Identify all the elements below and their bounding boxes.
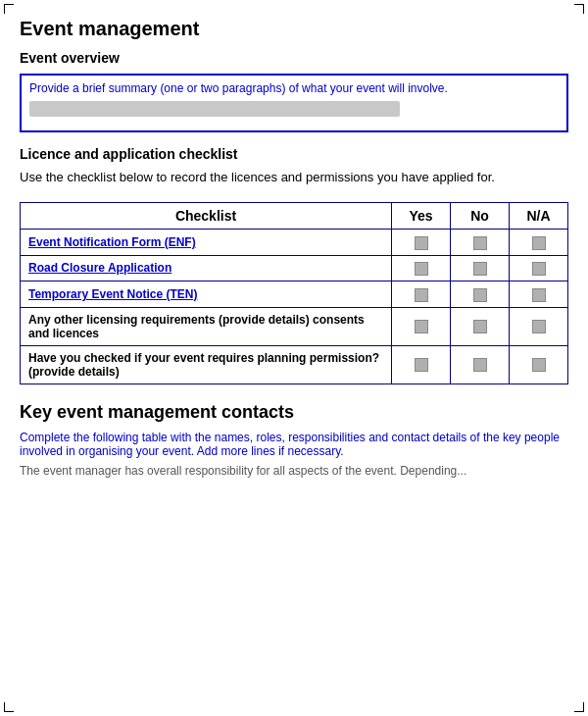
checklist-link-enf[interactable]: Event Notification Form (ENF): [28, 235, 196, 249]
checklist-heading: Licence and application checklist: [20, 146, 568, 162]
checkbox[interactable]: [532, 288, 546, 302]
checklist-table: Checklist Yes No N/A Event Notification …: [20, 202, 568, 384]
key-contacts-description: Complete the following table with the na…: [20, 431, 568, 458]
table-row: Road Closure Application: [21, 255, 568, 281]
checkbox[interactable]: [532, 262, 546, 276]
checkbox[interactable]: [473, 288, 487, 302]
check-cell[interactable]: [451, 345, 510, 384]
checkbox[interactable]: [473, 358, 487, 372]
check-cell[interactable]: [510, 345, 568, 384]
checklist-label-other: Any other licensing requirements (provid…: [21, 307, 392, 345]
col-checklist: Checklist: [21, 203, 392, 230]
table-row: Any other licensing requirements (provid…: [21, 307, 568, 345]
checklist-link-ten[interactable]: Temporary Event Notice (TEN): [28, 287, 197, 301]
checklist-link-rca[interactable]: Road Closure Application: [28, 261, 172, 275]
checklist-description: Use the checklist below to record the li…: [20, 170, 568, 184]
col-yes: Yes: [392, 203, 451, 230]
key-contacts-heading: Key event management contacts: [20, 402, 568, 423]
checkbox[interactable]: [415, 262, 428, 276]
check-cell[interactable]: [510, 307, 568, 345]
event-overview-box[interactable]: Provide a brief summary (one or two para…: [20, 74, 568, 132]
table-row: Event Notification Form (ENF): [21, 230, 568, 256]
page-title: Event management: [20, 18, 568, 40]
check-cell[interactable]: [392, 230, 451, 256]
check-cell[interactable]: [392, 345, 451, 384]
checklist-label-planning: Have you checked if your event requires …: [21, 345, 392, 384]
checkbox[interactable]: [532, 320, 546, 333]
checkbox[interactable]: [532, 358, 546, 372]
check-cell[interactable]: [392, 307, 451, 345]
col-na: N/A: [510, 203, 568, 230]
table-row: Temporary Event Notice (TEN): [21, 281, 568, 308]
corner-bl: [4, 702, 14, 712]
event-overview-heading: Event overview: [20, 50, 568, 66]
col-no: No: [451, 203, 510, 230]
corner-br: [574, 702, 584, 712]
key-contacts-fade: The event manager has overall responsibi…: [20, 464, 568, 478]
checkbox[interactable]: [532, 236, 546, 250]
event-overview-prompt: Provide a brief summary (one or two para…: [29, 81, 559, 95]
checkbox[interactable]: [473, 236, 487, 250]
checkbox[interactable]: [415, 320, 428, 333]
table-row: Have you checked if your event requires …: [21, 345, 568, 384]
check-cell[interactable]: [451, 281, 510, 308]
checkbox[interactable]: [473, 262, 487, 276]
check-cell[interactable]: [392, 255, 451, 281]
checkbox[interactable]: [473, 320, 487, 333]
check-cell[interactable]: [451, 255, 510, 281]
check-cell[interactable]: [510, 255, 568, 281]
check-cell[interactable]: [451, 307, 510, 345]
corner-tr: [574, 4, 584, 14]
check-cell[interactable]: [510, 230, 568, 256]
checkbox[interactable]: [415, 288, 428, 302]
check-cell[interactable]: [510, 281, 568, 308]
checkbox[interactable]: [415, 236, 428, 250]
check-cell[interactable]: [451, 230, 510, 256]
corner-tl: [4, 4, 14, 14]
scrollbar-mock: [29, 101, 400, 117]
check-cell[interactable]: [392, 281, 451, 308]
checkbox[interactable]: [415, 358, 428, 372]
